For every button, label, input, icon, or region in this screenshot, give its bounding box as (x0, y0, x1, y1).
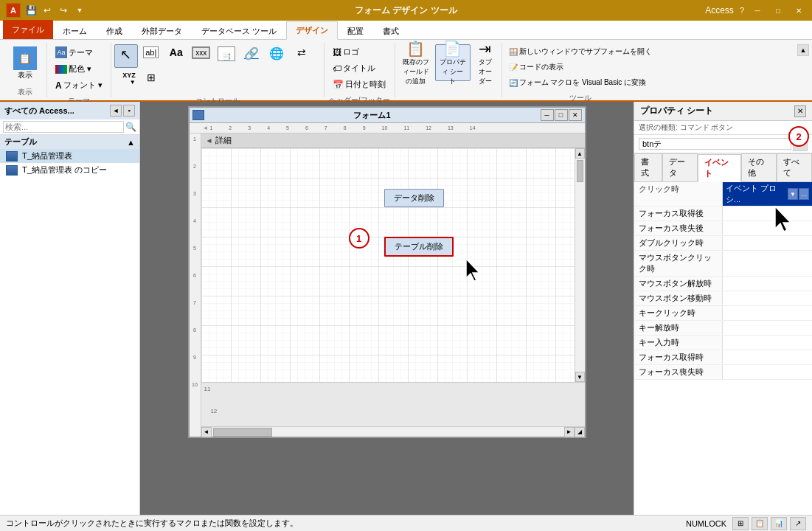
label-icon: Aa (170, 46, 183, 58)
tab-home[interactable]: ホーム (53, 22, 97, 40)
hyperlink-control-btn[interactable]: 🔗 (240, 44, 263, 68)
tab-database-tools[interactable]: データベース ツール (192, 22, 286, 40)
sidebar-item-table1[interactable]: T_納品管理表 (0, 149, 139, 163)
prop-label-keyrelease: キー解放時 (634, 321, 723, 335)
status-btn-2[interactable]: 📋 (752, 517, 768, 530)
form-restore-btn[interactable]: □ (555, 109, 568, 121)
prop-value-keyclick[interactable] (723, 306, 812, 320)
data-delete-btn[interactable]: データ削除 (384, 189, 444, 207)
nav-control-btn[interactable]: ⇄ (290, 44, 313, 68)
convert-macro-btn[interactable]: 🔄 フォーム マクロを Visual Basic に変換 (505, 75, 650, 90)
textbox-control-btn[interactable]: ab| (139, 44, 163, 68)
tab-order-btn[interactable]: ⇥ タブ オーダー (472, 44, 499, 81)
prop-tab-other[interactable]: その他 (741, 153, 777, 181)
prop-tab-all[interactable]: すべて (777, 153, 812, 181)
status-btn-3[interactable]: 📊 (771, 517, 787, 530)
form-close-btn[interactable]: ✕ (569, 109, 582, 121)
help-btn[interactable]: ? (740, 6, 744, 15)
cursor-control-btn[interactable]: ↖ (114, 44, 138, 68)
controls-items: ↖ ab| Aa xxx 📑 🔗 🌐 (114, 43, 321, 94)
maximize-btn[interactable]: □ (771, 4, 785, 16)
h-scroll-left-btn[interactable]: ◄ (201, 427, 212, 437)
property-sheet-btn[interactable]: 📄 プロパティ シート (435, 44, 471, 81)
prop-row-click: クリック時 イベント プロシ... ▼ … (634, 182, 812, 206)
form-size-grip[interactable]: ◢ (575, 427, 585, 437)
tab-control-btn[interactable]: 📑 (215, 44, 238, 68)
prop-value-focus-lost[interactable] (723, 221, 812, 235)
event-proc-value[interactable]: イベント プロシ... ▼ … (723, 182, 812, 206)
prop-value-dblclick[interactable] (723, 236, 812, 250)
minimize-btn[interactable]: ─ (750, 4, 765, 16)
h-scrollbar[interactable]: ◄ ► ◢ (201, 426, 585, 437)
prop-value-focuslost2[interactable] (723, 365, 812, 379)
theme-btn[interactable]: Aa テーマ (52, 44, 97, 60)
tab-create[interactable]: 作成 (97, 22, 132, 40)
svg-rect-1 (201, 148, 585, 382)
sidebar-section-toggle[interactable]: ▲ (127, 138, 135, 147)
prop-close-btn[interactable]: ✕ (794, 105, 806, 117)
undo-qat-btn[interactable]: ↩ (40, 3, 55, 18)
prop-value-click[interactable]: イベント プロシ... ▼ … (723, 182, 812, 206)
prop-value-mouserelease[interactable] (723, 277, 812, 291)
prop-value-keyinput[interactable] (723, 336, 812, 350)
h-scroll-right-btn[interactable]: ► (564, 427, 575, 437)
label-control-btn[interactable]: Aa (164, 44, 188, 68)
button-control-btn[interactable]: xxx (190, 44, 213, 68)
search-input[interactable] (3, 121, 124, 133)
prop-rows: クリック時 イベント プロシ... ▼ … フォーカス取得後 (634, 182, 812, 515)
tab-design[interactable]: デザイン (286, 21, 338, 40)
event-dropdown-btn[interactable]: ▼ (788, 188, 798, 200)
v-scrollbar[interactable]: ▲ ▼ (575, 148, 585, 382)
existing-fields-btn[interactable]: 📋 既存のフィールドの追加 (398, 44, 434, 81)
close-btn[interactable]: ✕ (791, 4, 806, 16)
qat-dropdown[interactable]: ▼ (72, 3, 87, 18)
save-qat-btn[interactable]: 💾 (24, 3, 38, 18)
v-scroll-down-btn[interactable]: ▼ (575, 372, 585, 382)
v-scroll-up-btn[interactable]: ▲ (575, 148, 585, 159)
prop-value-focusget2[interactable] (723, 350, 812, 364)
event-builder-btn[interactable]: … (799, 188, 809, 200)
redo-qat-btn[interactable]: ↪ (56, 3, 71, 18)
status-btn-1[interactable]: ⊞ (732, 517, 749, 530)
sidebar-toggle-btn[interactable]: ◄ (110, 105, 122, 117)
datetime-btn[interactable]: 📅 日付と時刻 (329, 77, 389, 92)
open-subform-icon: 🪟 (509, 48, 518, 56)
prop-value-focus-get[interactable] (723, 206, 812, 221)
prop-tab-format[interactable]: 書式 (634, 153, 662, 181)
color-btn[interactable]: 配色 ▾ (52, 61, 95, 77)
web-control-btn[interactable]: 🌐 (265, 44, 288, 68)
prop-row-10: フォーカス取得時 (634, 350, 812, 365)
h-scroll-thumb[interactable] (213, 428, 272, 437)
v-scroll-thumb[interactable] (577, 160, 583, 182)
prop-value-mousemove[interactable] (723, 291, 812, 305)
prop-tab-event[interactable]: イベント (698, 154, 740, 182)
tab-external-data[interactable]: 外部データ (132, 22, 192, 40)
tab-arrange[interactable]: 配置 (338, 22, 373, 40)
prop-label-dblclick: ダブルクリック時 (634, 236, 723, 250)
section-arrow-icon: ◄ (206, 136, 213, 145)
more-controls-btn[interactable]: XYZ ▼ (114, 69, 138, 93)
view-btn[interactable]: 📋 表示 (10, 44, 41, 83)
logo-btn[interactable]: 🖼 ロゴ (329, 44, 363, 60)
prop-row-2: フォーカス喪失後 (634, 221, 812, 236)
form-minimize-btn[interactable]: ─ (541, 109, 554, 121)
prop-value-mouseclick[interactable] (723, 251, 812, 276)
show-code-btn[interactable]: 📝 コードの表示 (505, 60, 567, 74)
prop-row-6: マウスボタン移動時 (634, 291, 812, 306)
prop-value-keyrelease[interactable] (723, 321, 812, 335)
prop-label-keyinput: キー入力時 (634, 336, 723, 350)
prop-tab-data[interactable]: データ (662, 153, 698, 181)
sidebar-item-table2[interactable]: T_納品管理表 のコピー (0, 163, 139, 177)
status-message: コントロールがクリックされたときに実行するマクロまたは関数を設定します。 (6, 518, 298, 529)
tab-format[interactable]: 書式 (373, 22, 409, 40)
title-hf-btn[interactable]: 🏷 タイトル (329, 60, 379, 76)
subform-control-btn[interactable]: ⊞ (139, 69, 163, 93)
tab-file[interactable]: ファイル (3, 20, 53, 39)
status-btn-4[interactable]: ↗ (790, 517, 806, 530)
ribbon-collapse-btn[interactable]: ▲ (797, 44, 809, 56)
table-delete-btn[interactable]: テーブル削除 (384, 237, 454, 257)
open-subform-btn[interactable]: 🪟 新しいウィンドウでサブフォームを開く (505, 44, 656, 59)
sidebar-resize-btn[interactable]: ▪ (123, 105, 135, 117)
font-btn[interactable]: A フォント ▾ (52, 77, 106, 93)
prop-name-input[interactable] (639, 138, 791, 150)
